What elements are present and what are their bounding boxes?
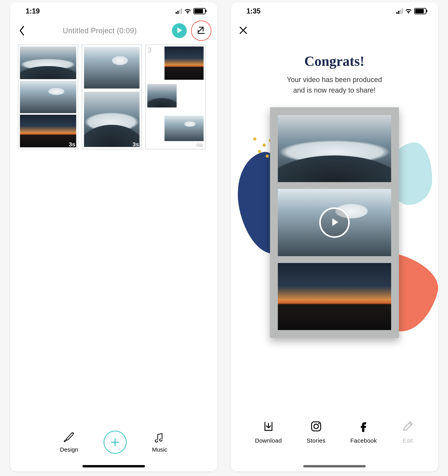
music-note-icon — [154, 432, 165, 445]
battery-icon — [414, 8, 426, 14]
status-bar: 1:19 — [10, 2, 217, 20]
slide-duration: 3s — [69, 141, 75, 148]
slide-image — [20, 115, 76, 147]
status-bar: 1:35 — [231, 2, 438, 20]
download-button[interactable]: Download — [255, 420, 282, 444]
congrats-title: Congrats! — [231, 53, 438, 69]
svg-point-1 — [314, 424, 318, 429]
facebook-button[interactable]: Facebook — [350, 420, 377, 444]
slide-duration: 3s — [132, 141, 139, 148]
congrats-header: Congrats! Your video has been produced a… — [231, 36, 438, 96]
add-slide-button[interactable] — [103, 431, 127, 454]
status-time: 1:35 — [247, 7, 261, 15]
play-overlay-button[interactable] — [319, 207, 350, 238]
slide-image — [164, 46, 204, 80]
share-bar: Download Stories Facebook Edit — [231, 420, 438, 444]
wifi-icon — [405, 9, 412, 14]
slide-thumbnail[interactable]: 3 4s — [145, 45, 205, 149]
preview-image — [278, 115, 391, 182]
svg-point-2 — [318, 423, 319, 424]
editor-nav-bar: Untitled Project (0:09) — [10, 20, 217, 41]
facebook-icon — [357, 420, 370, 434]
play-button[interactable] — [172, 23, 187, 38]
project-title[interactable]: Untitled Project (0:09) — [28, 27, 172, 35]
export-button[interactable] — [191, 21, 211, 41]
close-button[interactable] — [231, 20, 438, 36]
plus-icon — [110, 437, 120, 447]
home-indicator[interactable] — [303, 465, 366, 467]
battery-icon — [193, 8, 205, 14]
slide-index: 3 — [148, 46, 152, 54]
congrats-subtitle: Your video has been produced and is now … — [231, 74, 438, 96]
download-label: Download — [255, 437, 282, 444]
back-button[interactable] — [16, 26, 28, 36]
editor-screen: 1:19 Untitled Project (0:09) — [10, 2, 217, 471]
preview-area — [231, 107, 438, 355]
cellular-signal-icon — [397, 8, 403, 14]
edit-button[interactable]: Edit — [402, 420, 414, 444]
music-button[interactable]: Music — [152, 432, 167, 453]
instagram-icon — [310, 420, 322, 434]
music-label: Music — [152, 446, 167, 453]
facebook-label: Facebook — [350, 437, 377, 444]
stories-button[interactable]: Stories — [306, 420, 325, 444]
edit-label: Edit — [403, 437, 413, 444]
slide-image — [84, 92, 140, 147]
play-icon — [176, 27, 183, 34]
status-indicators — [176, 8, 205, 14]
slide-image — [147, 84, 177, 108]
home-indicator[interactable] — [82, 465, 145, 467]
slide-image — [164, 116, 204, 141]
wifi-icon — [184, 9, 191, 14]
play-icon — [329, 217, 340, 228]
slide-thumbnail[interactable]: 3s — [82, 45, 142, 149]
pencil-icon — [402, 420, 414, 434]
status-time: 1:19 — [26, 7, 40, 15]
download-icon — [262, 420, 274, 434]
editor-bottom-bar: Design Music — [10, 431, 217, 454]
design-button[interactable]: Design — [60, 432, 78, 453]
export-icon — [197, 26, 206, 36]
share-screen: 1:35 Congrats! Your video has been produ… — [231, 2, 438, 471]
design-label: Design — [60, 446, 78, 453]
cellular-signal-icon — [176, 8, 182, 14]
slide-thumbnail[interactable]: 3s — [18, 45, 78, 149]
preview-image — [278, 263, 391, 330]
slide-image — [20, 81, 76, 113]
slide-image — [84, 47, 140, 89]
slide-duration: 4s — [196, 141, 203, 148]
status-indicators — [397, 8, 426, 14]
stories-label: Stories — [306, 437, 325, 444]
slide-timeline[interactable]: 3s 3s 3 4s — [10, 41, 217, 149]
close-icon — [239, 32, 248, 35]
video-preview[interactable] — [270, 107, 399, 338]
slide-image — [20, 46, 76, 79]
brush-icon — [63, 432, 75, 445]
